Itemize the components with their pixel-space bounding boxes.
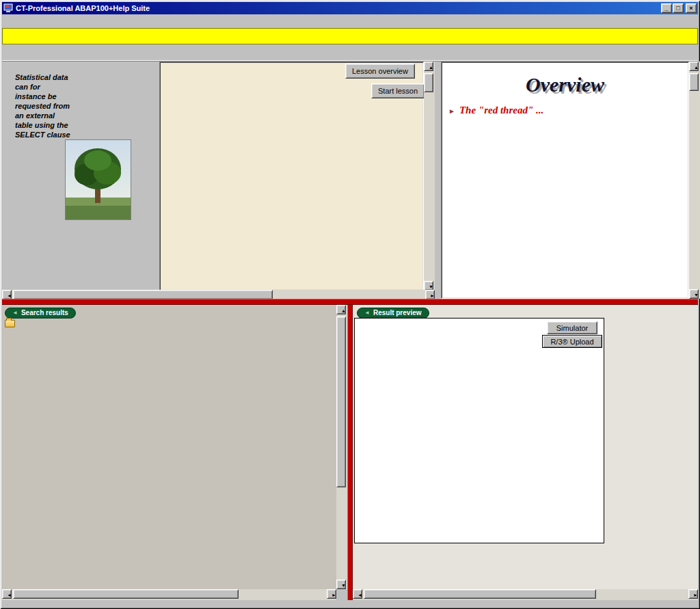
scroll-down-icon[interactable]: ▼ <box>689 289 699 299</box>
overview-vertical-scrollbar[interactable]: ▲ ▼ <box>689 62 700 299</box>
r3-upload-button[interactable]: R/3® Upload <box>542 335 602 348</box>
scroll-down-icon[interactable]: ▼ <box>336 580 346 589</box>
search-summary <box>5 320 18 327</box>
scrollbar-thumb[interactable] <box>424 73 433 92</box>
preview-horizontal-scrollbar[interactable]: ◄ ► <box>353 589 698 600</box>
scroll-left-icon[interactable]: ◄ <box>2 290 12 299</box>
results-horizontal-scrollbar[interactable]: ◄ ► <box>2 589 336 600</box>
scrollbar-thumb[interactable] <box>13 589 239 599</box>
pointer-icon: ► <box>448 107 455 115</box>
start-lesson-button[interactable]: Start lesson <box>371 83 425 98</box>
scroll-up-icon[interactable]: ▲ <box>336 305 346 314</box>
menu-bar <box>2 14 698 27</box>
scroll-left-icon[interactable]: ◄ <box>353 589 362 599</box>
window-title: CT-Professional ABAP100+Help Suite <box>16 4 660 12</box>
scroll-right-icon[interactable]: ► <box>688 589 698 599</box>
scroll-up-icon[interactable]: ▲ <box>689 62 699 71</box>
overview-subtitle: ►The "red thread" ... <box>448 105 688 116</box>
scrollbar-thumb[interactable] <box>13 290 273 299</box>
lesson-overview-button[interactable]: Lesson overview <box>345 64 415 79</box>
tree-photo <box>65 139 131 220</box>
scrollbar-thumb[interactable] <box>689 73 699 91</box>
lesson-caption: Statistical data can for instance be req… <box>15 72 101 139</box>
overview-pane: Overview ►The "red thread" ... <box>441 62 689 299</box>
minimize-button[interactable]: _ <box>661 3 672 13</box>
collapse-panel-icon[interactable]: ◄ <box>12 308 18 318</box>
close-button[interactable]: × <box>686 3 697 13</box>
result-preview-panel: ◄ Result preview Simulator R/3® Upload <box>353 305 698 589</box>
example-vertical-scrollbar[interactable]: ▲ ▼ <box>424 62 435 290</box>
result-preview-label: Result preview <box>373 308 422 318</box>
maximize-button[interactable]: □ <box>673 3 684 13</box>
scroll-down-icon[interactable]: ▼ <box>424 281 433 290</box>
navigation-strip <box>2 28 698 44</box>
scroll-right-icon[interactable]: ► <box>327 589 336 599</box>
folder-icon <box>5 320 15 327</box>
scrollbar-thumb[interactable] <box>336 316 346 487</box>
search-results-header: ◄ Search results <box>5 308 76 319</box>
title-bar[interactable]: CT-Professional ABAP100+Help Suite _ □ × <box>2 2 698 14</box>
app-icon <box>3 3 13 13</box>
scroll-up-icon[interactable]: ▲ <box>424 62 433 71</box>
scroll-left-icon[interactable]: ◄ <box>2 589 12 599</box>
course-tab-row <box>2 27 698 44</box>
collapse-panel-icon[interactable]: ◄ <box>364 308 370 318</box>
simulator-button[interactable]: Simulator <box>547 321 597 334</box>
scrollbar-thumb[interactable] <box>364 589 596 599</box>
search-results-label: Search results <box>21 308 68 318</box>
vertical-splitter[interactable] <box>347 305 353 600</box>
results-vertical-scrollbar[interactable]: ▲ ▼ <box>336 305 347 589</box>
search-results-panel: ◄ Search results <box>2 305 347 589</box>
preview-code-box[interactable] <box>354 318 604 543</box>
application-window: CT-Professional ABAP100+Help Suite _ □ ×… <box>0 0 700 609</box>
scroll-right-icon[interactable]: ► <box>425 290 435 299</box>
result-preview-header: ◄ Result preview <box>357 308 429 319</box>
overview-title: Overview <box>442 73 688 96</box>
step-tab-row <box>2 45 698 61</box>
horizontal-splitter[interactable] <box>2 299 698 305</box>
